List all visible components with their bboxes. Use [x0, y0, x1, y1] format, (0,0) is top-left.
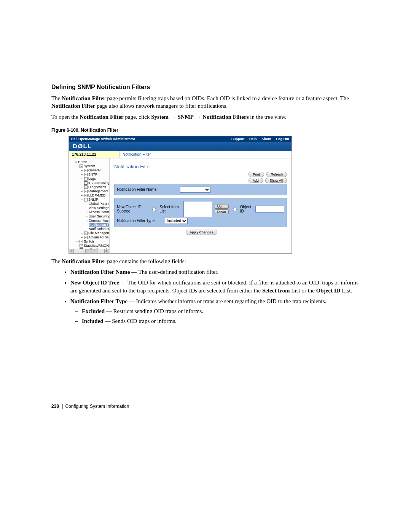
collapse-icon[interactable]: – [84, 198, 88, 201]
tree-logs[interactable]: +Logs [84, 177, 109, 181]
oid-listbox[interactable] [183, 201, 212, 217]
intro-para-2: To open the Notification Filter page, cl… [51, 113, 360, 121]
object-id-input[interactable] [255, 206, 284, 212]
t: LLDP-MED [88, 193, 106, 197]
expand-icon[interactable]: + [84, 236, 88, 239]
t: Notification Filter Typ [70, 298, 125, 304]
tree-advanced[interactable]: +Advanced Settings [84, 235, 109, 240]
t: Notification Filter Name [70, 269, 130, 275]
scroll-right-icon[interactable]: ► [104, 249, 109, 253]
t: Communities [89, 219, 109, 222]
t: Advanced Settings [88, 235, 110, 239]
showall-button[interactable]: Show All [265, 178, 287, 183]
tree-mgmt-security[interactable]: +Management Security [84, 189, 109, 193]
t: — Restricts sending OID traps or informs… [105, 308, 203, 314]
tree-stats[interactable]: +Statistics/RMON [80, 244, 109, 248]
tree-system[interactable]: –System +General +SNTP +Logs +IP Address… [80, 164, 109, 240]
tree-general[interactable]: +General [84, 168, 109, 173]
nav-tree-pane: ⧉Home –System +General +SNTP +Logs +IP A… [69, 158, 110, 253]
subfield-included: Included — Sends OID traps or informs. [82, 317, 360, 325]
t: Home [78, 160, 87, 164]
tree-communities[interactable]: Communities [89, 219, 109, 223]
t: page permits filtering traps based on OI… [105, 95, 349, 101]
expand-icon[interactable]: + [84, 177, 88, 181]
fields-intro: The Notification Filter page contains th… [51, 257, 360, 265]
filter-name-label: Notification Filter Name [117, 187, 178, 192]
expand-icon[interactable]: + [84, 173, 88, 176]
tree-access-control[interactable]: Access Control [89, 210, 109, 214]
filter-name-panel: Notification Filter Name [114, 184, 287, 195]
tree-snmp[interactable]: –SNMP Global Parameters View Settings Ac… [84, 198, 109, 231]
add-button[interactable]: Add [249, 178, 263, 183]
action-buttons-2: Add Show All [114, 178, 287, 183]
expand-icon[interactable]: + [84, 169, 88, 172]
collapse-icon[interactable]: – [80, 165, 83, 168]
select-from-list-radio[interactable] [152, 208, 156, 211]
app-title: Dell OpenManage Switch Administrator [71, 137, 228, 141]
tree-sntp[interactable]: +SNTP [84, 173, 109, 177]
print-button[interactable]: Print [249, 172, 264, 177]
tree-notification-recipients[interactable]: Notification Recipien [89, 227, 109, 231]
help-link[interactable]: Help [249, 137, 257, 141]
t: page, [124, 114, 139, 120]
t: View Settings [89, 206, 109, 210]
apply-row: Apply Changes [114, 230, 287, 235]
tree-diagnostics[interactable]: +Diagnostics [84, 185, 109, 189]
expand-icon[interactable]: + [80, 244, 83, 248]
section-heading: Defining SNMP Notification Filters [51, 84, 360, 91]
t: Object ID [316, 288, 341, 294]
arrow-icon: → [169, 113, 177, 120]
footer-divider [62, 404, 63, 409]
down-button[interactable]: Down [215, 209, 229, 214]
expand-icon[interactable]: + [84, 190, 88, 193]
t: SNMP [177, 114, 194, 120]
up-button[interactable]: Up [215, 204, 229, 209]
figure-caption: Figure 6-100. Notification Filter [51, 128, 360, 133]
refresh-button[interactable]: Refresh [266, 172, 287, 177]
tree-usm[interactable]: User Security Model [89, 214, 109, 219]
tree-switch[interactable]: +Switch [80, 240, 109, 244]
scroll-track[interactable] [74, 249, 104, 253]
page-number: 238 [51, 404, 59, 409]
t: System [84, 164, 95, 168]
expand-icon[interactable]: + [80, 240, 83, 243]
filter-type-select[interactable]: Included [165, 218, 188, 224]
logout-link[interactable]: Log Out [276, 137, 290, 141]
t: SNTP [88, 173, 97, 176]
tree-global-params[interactable]: Global Parameters [89, 202, 109, 206]
tree-ip[interactable]: +IP Addressing [84, 181, 109, 185]
t: Switch [84, 240, 94, 243]
content-pane: Notification Filter Print Refresh Add Sh… [110, 158, 292, 253]
sidebar-scrollbar[interactable]: ◄ ► [69, 249, 109, 253]
filter-name-select[interactable] [180, 187, 210, 193]
scroll-thumb[interactable] [85, 249, 97, 253]
t: New Object ID Tree [70, 280, 119, 286]
home-icon: ⧉ [75, 160, 77, 164]
tree-lldp[interactable]: +LLDP-MED [84, 193, 109, 198]
tree-file-mgmt[interactable]: +File Management [84, 231, 109, 235]
t: Statistics/RMON [84, 244, 109, 248]
object-id-radio[interactable] [233, 208, 237, 211]
expand-icon[interactable]: + [84, 185, 88, 189]
topbar-links: Support Help About Log Out [228, 137, 289, 141]
select-from-list-label: Select from List [159, 205, 181, 213]
tree-home[interactable]: ⧉Home –System +General +SNTP +Logs +IP A… [75, 160, 109, 252]
tree-view-settings[interactable]: View Settings [89, 206, 109, 210]
expand-icon[interactable]: + [84, 194, 88, 197]
app-titlebar: Dell OpenManage Switch Administrator Sup… [69, 136, 292, 142]
t: Notification Filter [80, 114, 123, 120]
t: Select from [262, 288, 290, 294]
subfield-excluded: Excluded — Restricts sending OID traps o… [82, 307, 360, 315]
about-link[interactable]: About [261, 137, 271, 141]
support-link[interactable]: Support [231, 137, 245, 141]
scroll-left-icon[interactable]: ◄ [69, 249, 74, 253]
expand-icon[interactable]: + [84, 232, 88, 235]
tree-notification-filter[interactable]: Notification Filter [89, 223, 109, 227]
apply-changes-button[interactable]: Apply Changes [186, 230, 217, 235]
page-footer: 238 Configuring System Information [51, 404, 129, 409]
ip-address: 176.210.11.22 [69, 151, 119, 158]
t: Logs [88, 177, 96, 181]
expand-icon[interactable]: + [84, 181, 88, 185]
arrow-icon: → [194, 113, 202, 120]
t: page contains the following fields: [105, 258, 186, 264]
